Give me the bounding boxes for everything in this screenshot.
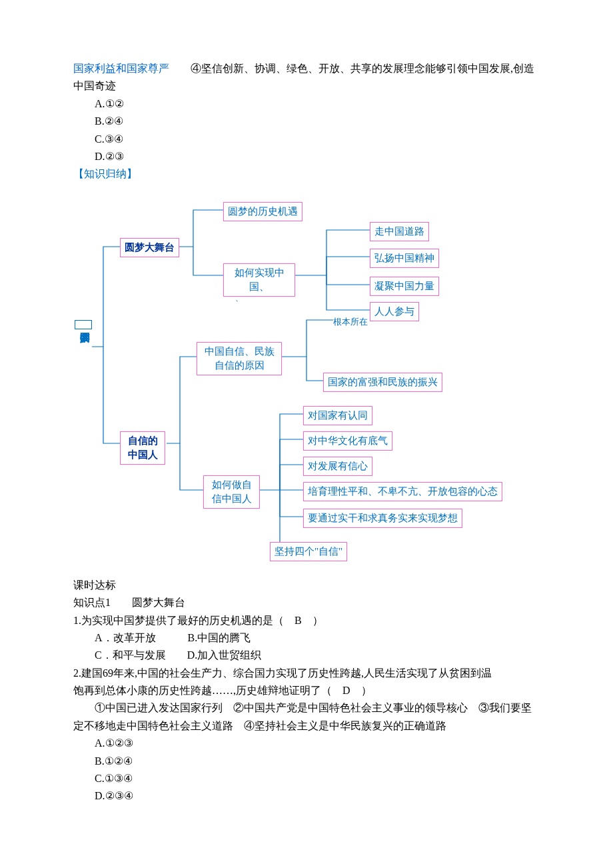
q1-opt-cd: C．和平与发展 D.加入世贸组织 bbox=[73, 647, 540, 664]
q2-opt-a: A.①②③ bbox=[73, 735, 540, 752]
node-ymdwt: 圆梦大舞台 bbox=[120, 238, 179, 257]
q2-opt-b: B.①②④ bbox=[73, 753, 540, 770]
frag-text: 国家利益和国家尊严 ④坚信创新、协调、绿色、开放、共享的发展理念能够引领中国发展… bbox=[73, 60, 540, 95]
q2-opt-d: D.②③④ bbox=[73, 787, 540, 805]
root-node: 共圆中国梦 bbox=[75, 320, 92, 329]
q2-opt-c: C.①③④ bbox=[73, 770, 540, 787]
q2-stem-1: 2.建国69年来,中国的社会生产力、综合国力实现了历史性跨越,人民生活实现了从贫… bbox=[73, 665, 540, 682]
frag1: 国家利益和国家尊严 bbox=[73, 63, 169, 74]
node-gjfq: 国家的富强和民族的振兴 bbox=[323, 373, 442, 392]
opt-a: A.①② bbox=[73, 95, 540, 113]
opt-b: B.②④ bbox=[73, 113, 540, 130]
node-dzhwh: 对中华文化有底气 bbox=[303, 431, 392, 451]
label-gbsz: 根本所在 bbox=[333, 315, 368, 329]
node-hyzgjs: 弘扬中国精神 bbox=[370, 249, 439, 268]
node-zxzgr: 自信的中国人 bbox=[120, 431, 165, 465]
q2-stem-2: 饱再到总体小康的历史性跨越……,历史雄辩地证明了（ D ） bbox=[73, 682, 540, 699]
opt-c: C.③④ bbox=[73, 131, 540, 148]
q1-stem: 1.为实现中国梦提供了最好的历史机遇的是（ B ） bbox=[73, 612, 540, 629]
node-rhzzx: 如何做自信中国人 bbox=[203, 475, 260, 509]
node-ysgh: 要通过实干和求真务实来实现梦想 bbox=[303, 509, 462, 528]
node-rrcy: 人人参与 bbox=[370, 302, 419, 321]
node-zgzx: 中国自信、民族自信的原因 bbox=[197, 342, 282, 375]
node-dgjrt: 对国家有认同 bbox=[303, 406, 372, 425]
node-ymls: 圆梦的历史机遇 bbox=[223, 202, 303, 221]
node-rhsx: 如何实现中国、 bbox=[223, 263, 295, 297]
node-zzgdl: 走中国道路 bbox=[370, 222, 429, 241]
node-dfzxs: 对发展有信心 bbox=[303, 457, 372, 476]
node-pylx: 培育理性平和、不卑不亢、开放包容的心态 bbox=[303, 482, 502, 501]
node-njzgll: 凝聚中国力量 bbox=[370, 277, 439, 296]
knowledge-point-1: 知识点1 圆梦大舞台 bbox=[73, 594, 540, 611]
node-jcsi: 坚持四个"自信" bbox=[270, 542, 347, 561]
q2-items: ①中国已进入发达国家行列 ②中国共产党是中国特色社会主义事业的领导核心 ③我们要… bbox=[73, 699, 540, 735]
concept-diagram: 共圆中国梦 圆梦大舞台 圆梦的历史机遇 如何实现中国、 、 走中国道路 弘扬中国… bbox=[73, 190, 580, 563]
section-header: 课时达标 bbox=[73, 577, 540, 594]
knowledge-summary-label: 【知识归纳】 bbox=[73, 165, 540, 183]
q1-opt-ab: A．改革开放 B.中国的腾飞 bbox=[73, 629, 540, 647]
opt-d: D.②③ bbox=[73, 148, 540, 165]
